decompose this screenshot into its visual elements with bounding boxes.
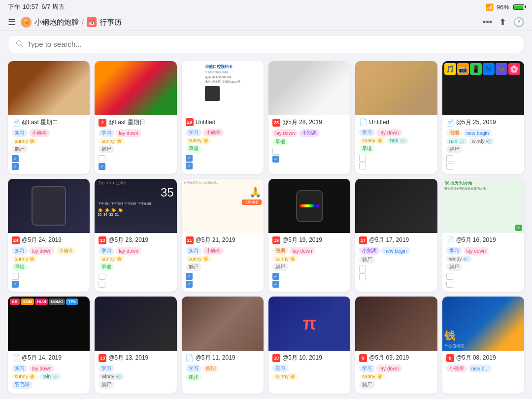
search-bar[interactable] [8, 35, 524, 53]
date-text-card3: Untitled [196, 119, 216, 126]
checkbox-card12-0[interactable] [446, 273, 453, 280]
tags-row-2-card5: 早锻 [359, 145, 433, 153]
checkbox-card3-1[interactable] [186, 163, 193, 169]
checkbox-card2-0[interactable] [99, 155, 105, 162]
checkbox-row-card9[interactable] [186, 273, 260, 280]
checkbox-card8-1[interactable] [99, 281, 105, 288]
checkbox-row-card3[interactable] [186, 163, 260, 169]
checkbox-row-card8[interactable] [99, 273, 172, 280]
checkbox-row-card9[interactable] [186, 281, 260, 288]
card-card11[interactable]: 17@5月 17, 2019小别离new begin躺尸 [355, 179, 437, 292]
card-card7[interactable]: 24@5月 24, 2019实习lay down小确幸sunny ☀️早锻 [8, 179, 90, 292]
checkbox-card9-1[interactable] [186, 281, 193, 288]
breadcrumb: 🔫 小钢炮的炮膛 / 📅 行事历 [21, 17, 122, 28]
tags-row-0-card14: 学习 [99, 365, 172, 372]
card-card2[interactable]: 2@Last 星期日学习lay downsunny ☀️躺尸 [95, 61, 176, 174]
checkbox-card10-0[interactable] [272, 273, 279, 280]
tags-row-1-card7: sunny ☀️ [12, 256, 86, 262]
checkbox-card12-1[interactable] [446, 281, 453, 288]
card-card5[interactable]: 📄Untitled学习lay downsunny ☀️rain 🌧️早锻 [355, 61, 437, 174]
card-card12[interactable]: 你知道为什么小炮... 那些觉得走弯路是让你爱的之地 你 📄@5月 16, 20… [442, 179, 524, 292]
date-text-card18: @5月 08, 2019 [456, 354, 496, 362]
checkbox-row-card2[interactable] [99, 163, 172, 170]
card-card17[interactable]: 9@5月 09, 2019学习lay downsunny ☀️躺尸 [355, 297, 437, 394]
checkbox-row-card10[interactable] [272, 281, 346, 288]
tag-card10: 假期 [272, 247, 288, 255]
tag-card13: sunny ☀️ [12, 373, 38, 380]
checkbox-row-card6[interactable] [446, 155, 520, 162]
card-card15[interactable]: 📄@5月 11, 2019学习假期跑步 [182, 297, 264, 394]
checkbox-row-card5[interactable] [359, 155, 433, 162]
tag-card6: rain 🌧️ [446, 138, 467, 144]
more-icon[interactable]: ••• [483, 17, 492, 28]
tags-row-0-card8: 学习lay down [99, 247, 172, 255]
checkbox-row-card3[interactable] [186, 155, 260, 162]
checkbox-row-card11[interactable] [359, 266, 433, 272]
card-card9[interactable]: 有些东西失去才知道珍贵... 🙏 立即查看 21@5月 21, 2019实习小确… [182, 179, 264, 292]
checkbox-row-card11[interactable] [359, 273, 433, 280]
breadcrumb-separator: / [82, 18, 84, 26]
tag-card5: sunny ☀️ [359, 137, 385, 144]
checkbox-card7-1[interactable] [12, 281, 19, 288]
checkbox-row-card12[interactable] [446, 281, 520, 288]
svg-line-1 [21, 45, 23, 47]
card-card6[interactable]: 🎵 📷 📱 N 🦋 🌸 📄@5月 25, 2019假期new beginrain… [442, 61, 524, 174]
checkbox-card9-0[interactable] [186, 273, 193, 280]
checkbox-card4-1[interactable] [272, 156, 279, 163]
battery-percent: 96% [497, 3, 509, 11]
checkbox-card1-1[interactable] [12, 163, 19, 170]
tags-row-0-card16: 实习 [272, 365, 346, 372]
card-card10[interactable]: 19@5月 19, 2019假期lay downsunny ☀️躺尸 [268, 179, 350, 292]
card-card3[interactable]: 华盛口腔预约卡 reservation card 电话: 021-3668129… [182, 61, 264, 174]
checkbox-card10-1[interactable] [272, 281, 279, 288]
card-card8[interactable]: 下午3:01 ✦ 上海市 35 下午4时 下午5时 下午6时 下午6:4时 ☀️… [95, 179, 176, 292]
tag-card3: 早锻 [186, 145, 201, 153]
checkbox-card5-1[interactable] [359, 163, 366, 169]
checkbox-row-card1[interactable] [12, 155, 86, 162]
checkbox-row-card4[interactable] [272, 156, 346, 163]
card-card14[interactable]: 13@5月 13, 2019学习windy 💨躺尸 [95, 297, 176, 394]
checkbox-card8-0[interactable] [99, 273, 105, 280]
checkbox-row-card7[interactable] [12, 273, 86, 280]
checkbox-row-card1[interactable] [12, 163, 86, 170]
date-text-card11: @5月 17, 2019 [369, 236, 409, 244]
clock-icon[interactable]: 🕐 [513, 17, 524, 28]
date-icon-card16: 10 [272, 354, 280, 362]
hamburger-icon[interactable]: ☰ [8, 17, 16, 28]
checkbox-row-card8[interactable] [99, 281, 172, 288]
checkbox-row-card4[interactable] [272, 148, 346, 155]
checkbox-card6-0[interactable] [446, 155, 453, 162]
card-card13[interactable]: KB HZIM HUJI NOMO TPS 📄@5月 14, 2019实习lay… [8, 297, 90, 394]
card-card1[interactable]: 📄@Last 星期二实习小确幸sunny ☀️躺尸 [8, 61, 90, 174]
checkbox-card7-0[interactable] [12, 273, 19, 280]
checkbox-card4-0[interactable] [272, 148, 279, 155]
date-icon-card2: 2 [99, 119, 106, 127]
search-input[interactable] [27, 40, 517, 48]
date-text-card13: @5月 14, 2019 [22, 354, 62, 362]
checkbox-row-card10[interactable] [272, 273, 346, 280]
checkbox-row-card6[interactable] [446, 163, 520, 170]
checkbox-row-card12[interactable] [446, 273, 520, 280]
tag-card2: lay down [116, 129, 141, 137]
card-body-card11: 17@5月 17, 2019小别离new begin躺尸 [355, 233, 437, 284]
date-icon-card17: 9 [359, 354, 367, 362]
date-icon-card10: 19 [272, 236, 280, 244]
checkbox-card11-0[interactable] [359, 266, 366, 272]
tag-card1: 躺尸 [12, 145, 28, 153]
share-icon[interactable]: ⬆ [499, 17, 506, 28]
checkbox-card2-1[interactable] [99, 163, 105, 170]
checkbox-card6-1[interactable] [446, 163, 453, 170]
card-card16[interactable]: π 10@5月 10, 2019实习sunny ☀️ [268, 297, 350, 394]
card-image-card11 [355, 179, 437, 233]
checkbox-card1-0[interactable] [12, 155, 19, 162]
checkbox-card3-0[interactable] [186, 155, 193, 162]
card-date-card4: 28@5月 28, 2019 [272, 118, 346, 127]
card-image-card1 [8, 61, 90, 115]
checkbox-row-card7[interactable] [12, 281, 86, 288]
checkbox-row-card5[interactable] [359, 163, 433, 169]
checkbox-card11-1[interactable] [359, 273, 366, 280]
card-card18[interactable]: 钱 什么值得买 8@5月 08, 2019小确幸new b... [442, 297, 524, 394]
checkbox-row-card2[interactable] [99, 155, 172, 162]
checkbox-card5-0[interactable] [359, 155, 366, 162]
card-card4[interactable]: 28@5月 28, 2019lay down小别离早锻 [268, 61, 350, 174]
